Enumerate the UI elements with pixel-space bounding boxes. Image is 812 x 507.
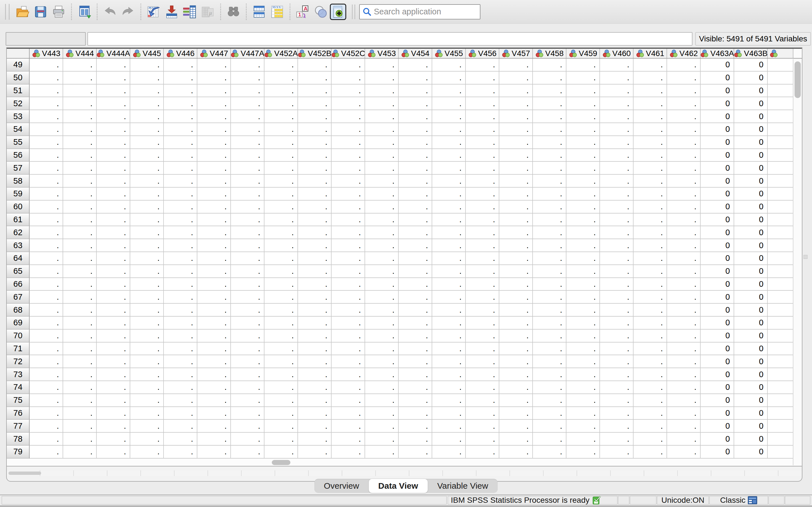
data-cell[interactable]: . xyxy=(231,59,264,71)
row-header[interactable]: 65 xyxy=(7,265,30,278)
data-cell[interactable]: . xyxy=(466,420,499,433)
data-cell[interactable]: . xyxy=(231,214,264,226)
row-header[interactable]: 78 xyxy=(7,433,30,446)
data-cell[interactable]: 0 xyxy=(734,317,768,330)
data-cell[interactable]: . xyxy=(298,433,332,446)
data-cell[interactable]: . xyxy=(197,433,231,446)
data-cell[interactable]: . xyxy=(130,342,164,355)
data-cell[interactable]: . xyxy=(466,136,499,149)
data-cell[interactable]: 0 xyxy=(701,394,734,407)
data-cell[interactable]: . xyxy=(365,381,399,394)
data-cell-partial[interactable] xyxy=(768,368,794,381)
data-cell[interactable]: . xyxy=(164,252,197,265)
data-cell[interactable]: . xyxy=(566,407,600,420)
data-cell[interactable]: 0 xyxy=(734,381,768,394)
data-cell[interactable]: . xyxy=(264,97,298,110)
data-cell[interactable]: 0 xyxy=(734,446,768,459)
data-cell[interactable]: . xyxy=(399,304,432,317)
data-cell[interactable]: . xyxy=(533,123,566,136)
data-cell[interactable]: 0 xyxy=(734,394,768,407)
data-cell[interactable]: . xyxy=(63,84,97,98)
data-cell[interactable]: . xyxy=(667,304,701,317)
data-cell[interactable]: . xyxy=(667,420,701,433)
row-header[interactable]: 52 xyxy=(7,97,30,110)
data-cell[interactable]: . xyxy=(566,239,600,252)
data-cell[interactable]: . xyxy=(499,162,533,175)
data-cell[interactable]: . xyxy=(667,407,701,420)
cell-editor-box[interactable] xyxy=(87,32,693,46)
data-cell[interactable]: . xyxy=(30,265,63,278)
data-cell[interactable]: . xyxy=(30,330,63,342)
hscroll-thumb[interactable] xyxy=(8,471,41,475)
data-cell[interactable]: . xyxy=(566,355,600,368)
data-cell[interactable]: . xyxy=(399,71,432,84)
data-cell[interactable]: . xyxy=(97,71,130,84)
data-cell[interactable]: . xyxy=(499,84,533,98)
data-cell[interactable]: . xyxy=(264,252,298,265)
data-cell[interactable]: 0 xyxy=(701,407,734,420)
data-cell[interactable]: . xyxy=(197,407,231,420)
data-cell[interactable]: . xyxy=(63,214,97,226)
data-cell[interactable]: . xyxy=(298,381,332,394)
application-search[interactable] xyxy=(359,4,480,19)
data-cell[interactable]: . xyxy=(164,265,197,278)
data-cell[interactable]: . xyxy=(399,149,432,162)
data-cell[interactable]: . xyxy=(365,330,399,342)
data-cell[interactable]: . xyxy=(332,420,365,433)
data-cell[interactable]: . xyxy=(231,71,264,84)
row-header[interactable]: 49 xyxy=(7,59,30,71)
data-cell[interactable]: . xyxy=(600,330,633,342)
column-header-V445[interactable]: V445 xyxy=(130,49,164,58)
data-cell[interactable]: 0 xyxy=(701,368,734,381)
data-cell[interactable]: . xyxy=(332,123,365,136)
split-file-button[interactable] xyxy=(250,3,268,21)
data-cell[interactable]: . xyxy=(633,84,667,98)
data-cell[interactable]: . xyxy=(600,123,633,136)
data-cell[interactable]: . xyxy=(499,355,533,368)
data-cell[interactable]: . xyxy=(298,368,332,381)
data-cell[interactable]: . xyxy=(97,381,130,394)
data-cell[interactable]: . xyxy=(432,123,466,136)
data-cell[interactable]: . xyxy=(566,162,600,175)
column-header-V463B[interactable]: V463B xyxy=(734,49,768,58)
data-cell[interactable]: . xyxy=(365,278,399,291)
data-cell-partial[interactable] xyxy=(768,239,794,252)
vertical-scrollbar[interactable] xyxy=(793,59,802,465)
data-cell[interactable]: . xyxy=(97,407,130,420)
data-cell[interactable]: . xyxy=(365,226,399,239)
row-header[interactable]: 67 xyxy=(7,291,30,304)
data-cell[interactable]: . xyxy=(365,175,399,187)
column-header-V461[interactable]: V461 xyxy=(633,49,667,58)
row-header[interactable]: 74 xyxy=(7,381,30,394)
data-cell[interactable]: . xyxy=(231,187,264,201)
data-cell[interactable]: . xyxy=(566,394,600,407)
data-cell[interactable]: . xyxy=(298,446,332,459)
data-cell[interactable]: . xyxy=(298,97,332,110)
data-cell[interactable]: . xyxy=(164,355,197,368)
data-cell[interactable]: . xyxy=(164,381,197,394)
data-cell[interactable]: . xyxy=(533,252,566,265)
data-cell[interactable]: . xyxy=(264,136,298,149)
data-cell[interactable]: . xyxy=(264,381,298,394)
data-cell[interactable]: . xyxy=(566,71,600,84)
data-cell[interactable]: . xyxy=(164,433,197,446)
data-cell[interactable]: . xyxy=(30,201,63,214)
data-cell[interactable]: . xyxy=(633,291,667,304)
data-cell[interactable]: . xyxy=(399,278,432,291)
data-cell[interactable]: . xyxy=(130,226,164,239)
data-cell[interactable]: . xyxy=(63,71,97,84)
data-cell[interactable]: . xyxy=(97,162,130,175)
data-cell[interactable]: . xyxy=(332,317,365,330)
data-cell-partial[interactable] xyxy=(768,355,794,368)
variables-button[interactable] xyxy=(181,3,199,21)
data-cell[interactable]: . xyxy=(97,265,130,278)
data-cell[interactable]: . xyxy=(30,278,63,291)
data-cell[interactable]: . xyxy=(499,304,533,317)
data-cell[interactable]: . xyxy=(499,110,533,123)
data-cell[interactable]: . xyxy=(399,265,432,278)
data-cell[interactable]: . xyxy=(365,252,399,265)
data-cell[interactable]: 0 xyxy=(734,226,768,239)
data-cell[interactable]: . xyxy=(633,59,667,71)
data-cell-partial[interactable] xyxy=(768,291,794,304)
row-header[interactable]: 66 xyxy=(7,278,30,291)
